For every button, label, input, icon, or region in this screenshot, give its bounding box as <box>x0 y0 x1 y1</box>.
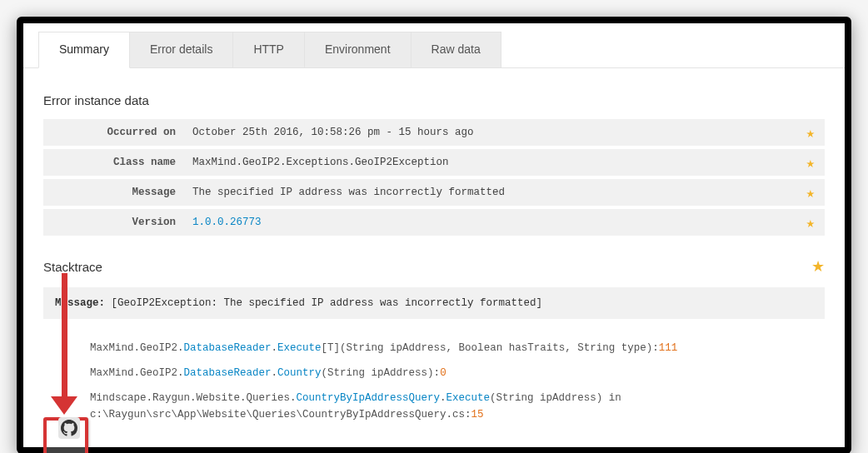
section-title-stacktrace: Stacktrace <box>43 260 102 274</box>
trace-dot: . <box>272 342 278 354</box>
tabs-bar: Summary Error details HTTP Environment R… <box>23 23 845 68</box>
star-icon[interactable]: ★ <box>811 257 825 276</box>
trace-class: DatabaseReader <box>184 342 272 354</box>
trace-line-2: MaxMind.GeoIP2.DatabaseReader.Country(St… <box>43 361 825 386</box>
row-message: Message The specified IP address was inc… <box>43 179 825 206</box>
version-link[interactable]: 1.0.0.26773 <box>192 217 262 228</box>
trace-ns: Mindscape.Raygun.Website.Queries. <box>90 392 297 404</box>
trace-method: Execute <box>446 392 491 404</box>
label-occurred: Occurred on <box>55 127 192 138</box>
tab-environment[interactable]: Environment <box>305 32 412 67</box>
label-classname: Class name <box>55 157 192 168</box>
screenshot-frame: Summary Error details HTTP Environment R… <box>17 17 851 453</box>
star-icon[interactable]: ★ <box>806 124 815 142</box>
section-title-instance: Error instance data <box>43 93 825 107</box>
github-icon[interactable] <box>58 417 80 439</box>
star-icon[interactable]: ★ <box>806 214 815 231</box>
trace-linenum: 0 <box>440 367 446 379</box>
trace-dot: . <box>440 392 446 404</box>
trace-sig: [T](String ipAddress, Boolean hasTraits,… <box>322 342 659 354</box>
row-version: Version 1.0.0.26773 ★ <box>43 209 825 236</box>
trace-method: Country <box>277 367 322 379</box>
label-message: Message <box>55 187 192 198</box>
trace-linenum: 111 <box>659 342 678 354</box>
trace-dot: . <box>272 367 278 379</box>
stacktrace-message-label: Message: <box>55 297 105 309</box>
trace-method: Execute <box>277 342 322 354</box>
value-classname: MaxMind.GeoIP2.Exceptions.GeoIP2Exceptio… <box>192 157 813 168</box>
trace-class: CountryByIpAddressQuery <box>297 392 441 404</box>
trace-linenum: 15 <box>471 409 484 421</box>
content-area: Error instance data Occurred on October … <box>23 68 845 447</box>
row-occurred: Occurred on October 25th 2016, 10:58:26 … <box>43 119 825 146</box>
trace-line-3: Mindscape.Raygun.Website.Queries.Country… <box>43 386 825 427</box>
stacktrace-message-box: Message: [GeoIP2Exception: The specified… <box>43 287 825 319</box>
tab-summary[interactable]: Summary <box>38 32 130 68</box>
trace-line-1: MaxMind.GeoIP2.DatabaseReader.Execute[T]… <box>43 336 825 361</box>
tab-raw-data[interactable]: Raw data <box>412 32 501 67</box>
label-version: Version <box>55 217 192 228</box>
trace-ns: MaxMind.GeoIP2. <box>90 367 184 379</box>
github-icon-svg <box>61 420 77 436</box>
value-message: The specified IP address was incorrectly… <box>192 187 813 198</box>
value-occurred: October 25th 2016, 10:58:26 pm - 15 hour… <box>192 127 813 138</box>
trace-path: c:\Raygun\src\App\Website\Queries\Countr… <box>90 409 471 421</box>
star-icon[interactable]: ★ <box>806 154 815 172</box>
trace-class: DatabaseReader <box>184 367 272 379</box>
tab-http[interactable]: HTTP <box>233 32 305 67</box>
trace-ns: MaxMind.GeoIP2. <box>90 342 184 354</box>
tab-error-details[interactable]: Error details <box>130 32 233 67</box>
star-icon[interactable]: ★ <box>806 184 815 202</box>
trace-sig: (String ipAddress): <box>322 367 441 379</box>
trace-sig: (String ipAddress) in <box>490 392 621 404</box>
stacktrace-message-text: [GeoIP2Exception: The specified IP addre… <box>105 297 542 309</box>
row-classname: Class name MaxMind.GeoIP2.Exceptions.Geo… <box>43 149 825 176</box>
page: Summary Error details HTTP Environment R… <box>23 23 845 447</box>
